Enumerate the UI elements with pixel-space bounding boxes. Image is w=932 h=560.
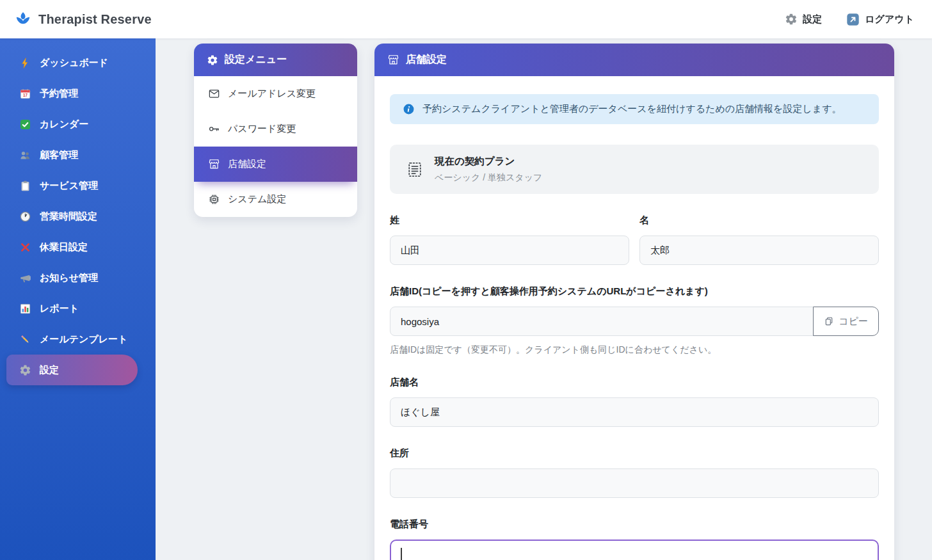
settings-menu-card: 設定メニュー メールアドレス変更 パスワード <box>194 44 357 217</box>
brand-title: Therapist Reserve <box>38 12 152 27</box>
sidebar: ダッシュボード 17 予約管理 カレンダー <box>0 38 156 560</box>
megaphone-icon <box>19 272 31 284</box>
gear-icon <box>785 13 798 26</box>
lightning-icon <box>19 57 31 69</box>
address-input[interactable] <box>390 468 879 498</box>
sidebar-item-label: サービス管理 <box>40 180 98 192</box>
gear-icon <box>19 364 31 376</box>
menu-item-password-change[interactable]: パスワード変更 <box>194 111 357 147</box>
sidebar-item-mail-templates[interactable]: メールテンプレート <box>0 324 156 355</box>
sidebar-item-label: お知らせ管理 <box>40 272 98 284</box>
phone-field <box>390 540 879 560</box>
cpu-icon <box>208 193 220 205</box>
last-name-field: 姓 <box>390 214 629 265</box>
menu-item-store-settings[interactable]: 店舗設定 <box>194 147 357 182</box>
sidebar-item-services[interactable]: サービス管理 <box>0 170 156 201</box>
sidebar-item-notices[interactable]: お知らせ管理 <box>0 262 156 293</box>
receipt-icon <box>405 160 424 179</box>
pencil-icon <box>19 333 31 346</box>
store-settings-header: 店舗設定 <box>374 44 894 76</box>
sidebar-item-label: 顧客管理 <box>40 149 78 161</box>
content: 設定メニュー メールアドレス変更 パスワード <box>156 38 932 560</box>
menu-item-email-change[interactable]: メールアドレス変更 <box>194 76 357 111</box>
last-name-input[interactable] <box>390 236 629 265</box>
sidebar-item-label: レポート <box>40 303 79 315</box>
store-settings-body: 予約システムクライアントと管理者のデータベースを紐付けするための店舗情報を設定し… <box>374 76 894 560</box>
phone-input[interactable] <box>390 540 879 560</box>
address-label: 住所 <box>390 447 879 460</box>
sidebar-item-label: カレンダー <box>40 118 88 131</box>
plan-value: ベーシック / 単独スタッフ <box>435 172 542 184</box>
shop-icon <box>208 158 220 170</box>
sidebar-item-label: ダッシュボード <box>40 57 108 69</box>
store-settings-card: 店舗設定 予約システムクライアントと管理者のデータベースを紐付けするための店舗情… <box>374 44 894 560</box>
copy-icon <box>824 316 834 326</box>
first-name-input[interactable] <box>639 236 879 265</box>
copy-label: コピー <box>839 316 868 328</box>
sidebar-item-business-hours[interactable]: 営業時間設定 <box>0 201 156 232</box>
copy-button[interactable]: コピー <box>813 307 879 336</box>
header-nav: 設定 ログアウト <box>785 13 914 26</box>
menu-item-label: 店舗設定 <box>228 158 266 170</box>
phone-label: 電話番号 <box>390 518 879 531</box>
clipboard-icon <box>19 180 31 192</box>
info-icon <box>403 103 415 115</box>
cross-icon <box>19 241 31 253</box>
shop-icon <box>387 54 399 66</box>
key-icon <box>208 123 220 135</box>
first-name-field: 名 <box>639 214 879 265</box>
header-settings-label: 設定 <box>803 13 822 26</box>
plan-text: 現在の契約プラン ベーシック / 単独スタッフ <box>435 155 542 184</box>
sidebar-item-holidays[interactable]: 休業日設定 <box>0 232 156 262</box>
last-name-label: 姓 <box>390 214 629 227</box>
plan-title: 現在の契約プラン <box>435 155 542 168</box>
header-logout-label: ログアウト <box>865 13 914 26</box>
gear-outline-icon <box>207 54 218 66</box>
check-icon <box>19 118 31 131</box>
sidebar-item-label: メールテンプレート <box>40 333 127 346</box>
text-caret <box>401 548 402 560</box>
brand[interactable]: Therapist Reserve <box>14 10 152 28</box>
clock-icon <box>19 211 31 223</box>
info-banner: 予約システムクライアントと管理者のデータベースを紐付けするための店舗情報を設定し… <box>390 94 879 124</box>
sidebar-item-label: 設定 <box>40 364 59 376</box>
store-name-input[interactable] <box>390 397 879 427</box>
menu-item-label: システム設定 <box>228 193 286 205</box>
users-icon <box>19 149 31 161</box>
calendar-icon: 17 <box>19 88 31 100</box>
app-header: Therapist Reserve 設定 ログアウト <box>0 0 932 38</box>
plan-box: 現在の契約プラン ベーシック / 単独スタッフ <box>390 145 879 194</box>
header-settings-link[interactable]: 設定 <box>785 13 822 26</box>
store-id-row: コピー <box>390 307 879 336</box>
sidebar-item-reservations[interactable]: 17 予約管理 <box>0 78 156 109</box>
envelope-icon <box>208 88 220 100</box>
sidebar-item-calendar[interactable]: カレンダー <box>0 109 156 140</box>
header-logout-link[interactable]: ログアウト <box>846 13 914 26</box>
sidebar-item-reports[interactable]: レポート <box>0 293 156 324</box>
svg-text:17: 17 <box>23 93 28 97</box>
sidebar-item-label: 営業時間設定 <box>40 211 97 223</box>
sidebar-item-label: 予約管理 <box>40 88 78 100</box>
info-text: 予約システムクライアントと管理者のデータベースを紐付けするための店舗情報を設定し… <box>422 103 842 115</box>
menu-item-label: メールアドレス変更 <box>228 88 316 100</box>
store-id-input[interactable] <box>390 307 814 336</box>
sidebar-item-settings[interactable]: 設定 <box>6 355 138 385</box>
logout-icon <box>846 13 860 26</box>
sidebar-item-label: 休業日設定 <box>40 241 88 253</box>
name-fields-row: 姓 名 <box>390 214 879 265</box>
settings-menu-title: 設定メニュー <box>225 53 287 67</box>
sidebar-item-dashboard[interactable]: ダッシュボード <box>0 47 156 78</box>
layout: ダッシュボード 17 予約管理 カレンダー <box>0 0 932 560</box>
chart-icon <box>19 303 31 315</box>
store-id-helper: 店舗IDは固定です（変更不可）。クライアント側も同じIDに合わせてください。 <box>390 344 879 356</box>
lotus-logo-icon <box>14 10 32 28</box>
store-id-label: 店舗ID(コピーを押すと顧客操作用予約システムのURLがコピーされます) <box>390 285 879 298</box>
menu-item-system-settings[interactable]: システム設定 <box>194 182 357 217</box>
store-settings-title: 店舗設定 <box>406 53 447 67</box>
sidebar-item-customers[interactable]: 顧客管理 <box>0 140 156 170</box>
store-name-label: 店舗名 <box>390 376 879 388</box>
menu-item-label: パスワード変更 <box>228 123 296 135</box>
first-name-label: 名 <box>639 214 879 227</box>
settings-menu-header: 設定メニュー <box>194 44 357 76</box>
